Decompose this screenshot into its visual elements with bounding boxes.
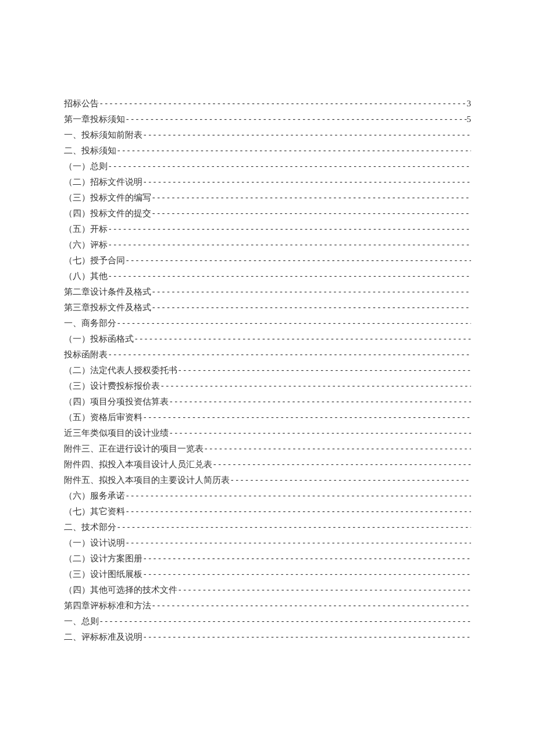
- toc-leader: [169, 394, 471, 410]
- toc-leader: [108, 347, 471, 363]
- toc-entry: 一、投标须知前附表: [64, 127, 471, 143]
- toc-entry: 第四章评标标准和方法: [64, 598, 471, 614]
- toc-leader: [125, 253, 471, 268]
- toc-leader: [151, 598, 471, 614]
- toc-leader: [142, 174, 471, 190]
- toc-entry: 附件五、拟投入本项目的主要设计人简历表: [64, 472, 471, 488]
- toc-title: 二、投标须知: [64, 143, 116, 159]
- toc-title: （四）项目分项投资估算表: [64, 394, 169, 410]
- toc-title: （五）资格后审资料: [64, 410, 142, 425]
- toc-title: （四）投标文件的提交: [64, 206, 151, 221]
- toc-leader: [134, 331, 471, 347]
- toc-leader: [169, 425, 471, 441]
- toc-entry: 第一章投标须知5: [64, 112, 471, 127]
- toc-entry: （六）评标: [64, 237, 471, 253]
- toc-leader: [99, 96, 467, 112]
- toc-title: （三）设计图纸展板: [64, 567, 142, 582]
- toc-leader: [125, 488, 471, 504]
- toc-title: 二、技术部分: [64, 519, 116, 535]
- toc-title: （五）开标: [64, 221, 108, 237]
- toc-leader: [108, 159, 471, 174]
- toc-leader: [116, 316, 471, 331]
- toc-leader: [116, 143, 471, 159]
- toc-title: （三）投标文件的编写: [64, 190, 151, 206]
- toc-entry: （五）资格后审资料: [64, 410, 471, 425]
- toc-title: 近三年类似项目的设计业绩: [64, 425, 169, 441]
- toc-entry: （三）设计费投标报价表: [64, 378, 471, 394]
- toc-entry: （四）投标文件的提交: [64, 206, 471, 221]
- toc-entry: 一、商务部分: [64, 316, 471, 331]
- toc-title: （二）招标文件说明: [64, 174, 142, 190]
- toc-title: （七）其它资料: [64, 504, 125, 519]
- toc-title: （一）设计说明: [64, 535, 125, 551]
- toc-leader: [160, 378, 471, 394]
- toc-entry: 第三章投标文件及格式: [64, 300, 471, 316]
- toc-title: 附件三、正在进行设计的项目一览表: [64, 441, 204, 457]
- toc-title: （四）其他可选择的技术文件: [64, 582, 177, 598]
- toc-leader: [142, 567, 471, 582]
- toc-leader: [142, 410, 471, 425]
- toc-entry: 近三年类似项目的设计业绩: [64, 425, 471, 441]
- toc-entry: 二、投标须知: [64, 143, 471, 159]
- toc-page-number: 3: [467, 96, 472, 112]
- toc-leader: [99, 614, 471, 629]
- toc-entry: （二）设计方案图册: [64, 551, 471, 567]
- toc-leader: [177, 582, 471, 598]
- toc-title: 一、投标须知前附表: [64, 127, 142, 143]
- toc-leader: [125, 504, 471, 519]
- toc-leader: [125, 535, 471, 551]
- toc-leader: [212, 457, 471, 472]
- toc-entry: （三）投标文件的编写: [64, 190, 471, 206]
- toc-title: 一、总则: [64, 614, 99, 629]
- toc-entry: （四）项目分项投资估算表: [64, 394, 471, 410]
- toc-leader: [116, 519, 471, 535]
- toc-entry: 第二章设计条件及格式: [64, 284, 471, 300]
- toc-title: 投标函附表: [64, 347, 108, 363]
- toc-leader: [108, 268, 471, 284]
- toc-title: 附件四、拟投入本项目设计人员汇兑表: [64, 457, 212, 472]
- toc-entry: 附件三、正在进行设计的项目一览表: [64, 441, 471, 457]
- toc-entry: 附件四、拟投入本项目设计人员汇兑表: [64, 457, 471, 472]
- toc-title: （一）投标函格式: [64, 331, 134, 347]
- toc-title: 附件五、拟投入本项目的主要设计人简历表: [64, 472, 230, 488]
- toc-title: （一）总则: [64, 159, 108, 174]
- toc-leader: [177, 363, 471, 378]
- toc-title: （二）设计方案图册: [64, 551, 142, 567]
- toc-leader: [204, 441, 471, 457]
- toc-entry: （五）开标: [64, 221, 471, 237]
- toc-leader: [151, 206, 471, 221]
- toc-entry: （七）其它资料: [64, 504, 471, 519]
- toc-entry: 二、评标标准及说明: [64, 629, 471, 645]
- toc-title: （六）评标: [64, 237, 108, 253]
- toc-entry: （一）总则: [64, 159, 471, 174]
- toc-title: 第三章投标文件及格式: [64, 300, 151, 316]
- toc-title: （六）服务承诺: [64, 488, 125, 504]
- toc-title: 第一章投标须知: [64, 112, 125, 127]
- toc-leader: [142, 629, 471, 645]
- toc-title: （二）法定代表人授权委托书: [64, 363, 177, 378]
- toc-entry: （一）投标函格式: [64, 331, 471, 347]
- toc-title: 第二章设计条件及格式: [64, 284, 151, 300]
- table-of-contents: 招标公告3第一章投标须知5一、投标须知前附表二、投标须知（一）总则（二）招标文件…: [64, 96, 471, 645]
- toc-leader: [108, 221, 471, 237]
- toc-title: （三）设计费投标报价表: [64, 378, 160, 394]
- toc-leader: [142, 551, 471, 567]
- toc-title: （八）其他: [64, 268, 108, 284]
- toc-entry: 二、技术部分: [64, 519, 471, 535]
- toc-entry: （一）设计说明: [64, 535, 471, 551]
- toc-entry: （六）服务承诺: [64, 488, 471, 504]
- toc-entry: （七）授予合同: [64, 253, 471, 268]
- toc-leader: [142, 127, 471, 143]
- toc-leader: [151, 190, 471, 206]
- toc-title: 二、评标标准及说明: [64, 629, 142, 645]
- toc-entry: （四）其他可选择的技术文件: [64, 582, 471, 598]
- toc-leader: [151, 300, 471, 316]
- toc-leader: [125, 112, 467, 127]
- toc-page-number: 5: [467, 112, 472, 127]
- toc-entry: （八）其他: [64, 268, 471, 284]
- toc-leader: [151, 284, 471, 300]
- toc-title: 一、商务部分: [64, 316, 116, 331]
- toc-entry: 一、总则: [64, 614, 471, 629]
- toc-title: 第四章评标标准和方法: [64, 598, 151, 614]
- toc-leader: [108, 237, 471, 253]
